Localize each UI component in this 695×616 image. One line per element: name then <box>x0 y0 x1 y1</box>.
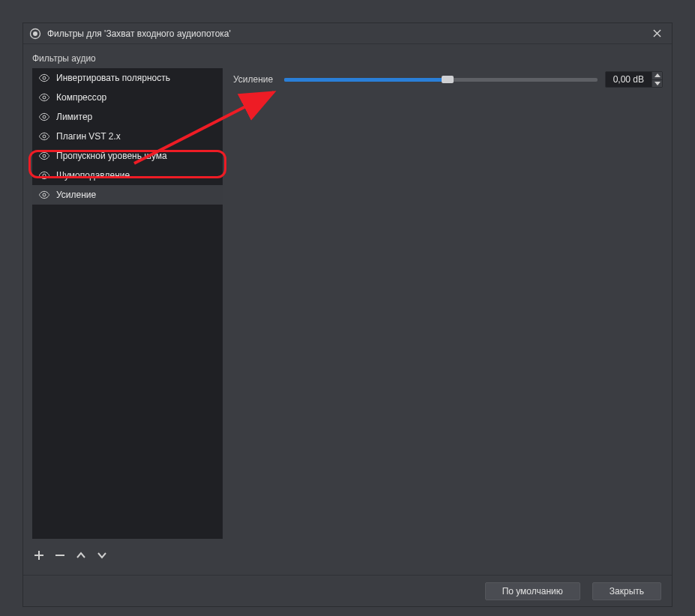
eye-icon[interactable] <box>38 130 50 142</box>
eye-icon[interactable] <box>38 72 50 84</box>
svg-point-4 <box>43 76 46 79</box>
gain-slider[interactable] <box>284 78 598 82</box>
filter-item-label: Плагин VST 2.x <box>56 131 121 142</box>
filters-section-label: Фильтры аудио <box>32 53 663 64</box>
filter-item-label: Лимитер <box>56 112 92 122</box>
filter-item-gain[interactable]: Усиление <box>32 185 223 205</box>
gain-label: Усиление <box>233 74 277 85</box>
main-row: Инвертировать полярность Компрессор Лими… <box>32 68 663 539</box>
gain-slider-fill <box>284 78 448 82</box>
filter-item-label: Шумоподавление <box>56 170 130 181</box>
svg-point-10 <box>43 193 46 196</box>
filter-list[interactable]: Инвертировать полярность Компрессор Лими… <box>32 68 223 539</box>
filter-item-label: Инвертировать полярность <box>56 73 170 83</box>
svg-point-8 <box>43 154 46 157</box>
svg-marker-12 <box>655 82 661 85</box>
filter-item-label: Пропускной уровень шума <box>56 151 167 161</box>
eye-icon[interactable] <box>38 169 50 181</box>
svg-point-7 <box>43 135 46 138</box>
close-button[interactable]: Закрыть <box>592 582 661 600</box>
dialog-body: Фильтры аудио Инвертировать полярность К… <box>23 44 672 575</box>
add-filter-button[interactable] <box>32 549 46 562</box>
move-filter-down-button[interactable] <box>95 549 109 562</box>
filter-item-invert-polarity[interactable]: Инвертировать полярность <box>32 68 223 88</box>
defaults-button[interactable]: По умолчанию <box>485 582 580 600</box>
filter-item-vst-plugin[interactable]: Плагин VST 2.x <box>32 127 223 146</box>
filter-toolbar <box>32 545 663 566</box>
settings-panel: Усиление 0,00 dB <box>233 68 663 539</box>
dialog-footer: По умолчанию Закрыть <box>23 575 672 606</box>
gain-step-up[interactable] <box>652 72 662 80</box>
gain-step-down[interactable] <box>652 80 662 88</box>
filter-item-label: Компрессор <box>56 92 106 103</box>
svg-point-5 <box>43 96 46 99</box>
svg-point-6 <box>43 115 46 118</box>
filter-item-noise-gate[interactable]: Пропускной уровень шума <box>32 146 223 166</box>
gain-slider-handle[interactable] <box>442 76 454 83</box>
eye-icon[interactable] <box>38 111 50 123</box>
svg-marker-11 <box>655 73 661 77</box>
svg-point-1 <box>33 31 37 36</box>
gain-spinbox[interactable]: 0,00 dB <box>605 71 663 88</box>
close-icon[interactable] <box>648 25 666 43</box>
svg-point-9 <box>43 174 46 177</box>
window-title: Фильтры для 'Захват входного аудиопотока… <box>47 28 648 39</box>
remove-filter-button[interactable] <box>53 549 67 562</box>
app-icon <box>29 28 41 40</box>
eye-icon[interactable] <box>38 189 50 201</box>
filter-item-compressor[interactable]: Компрессор <box>32 88 223 107</box>
filters-dialog: Фильтры для 'Захват входного аудиопотока… <box>22 22 673 607</box>
gain-setting-row: Усиление 0,00 dB <box>233 71 663 88</box>
filter-item-label: Усиление <box>56 190 96 200</box>
gain-value[interactable]: 0,00 dB <box>606 72 652 87</box>
eye-icon[interactable] <box>38 91 50 103</box>
filter-item-noise-suppression[interactable]: Шумоподавление <box>32 166 223 185</box>
filter-item-limiter[interactable]: Лимитер <box>32 107 223 127</box>
gain-spin-buttons <box>652 72 662 87</box>
move-filter-up-button[interactable] <box>74 549 88 562</box>
titlebar: Фильтры для 'Захват входного аудиопотока… <box>23 23 672 44</box>
eye-icon[interactable] <box>38 150 50 162</box>
